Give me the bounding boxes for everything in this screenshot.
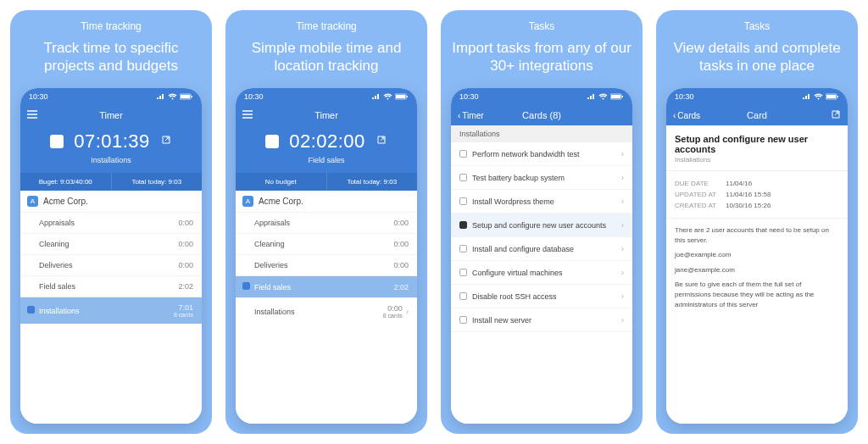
wifi-icon [168, 93, 177, 100]
headline: Import tasks from any of our 30+ integra… [449, 39, 634, 76]
task-name: Install Wordpress theme [472, 197, 554, 206]
timer-value: 07:01:39 [74, 130, 150, 153]
wifi-icon [598, 93, 608, 100]
project-row[interactable]: Appraisals0:00 [20, 212, 202, 233]
svg-rect-10 [826, 95, 836, 98]
task-row[interactable]: Test battery backup system› [451, 166, 632, 190]
project-row[interactable]: Appraisals0:00 [236, 212, 417, 233]
headline: View details and complete tasks in one p… [665, 39, 849, 76]
nav-title: Timer [99, 110, 123, 120]
category-label: Tasks [529, 20, 555, 32]
task-row[interactable]: Install Wordpress theme› [451, 190, 632, 214]
project-row-selected[interactable]: Field sales 2:02 [236, 275, 417, 297]
checkbox-icon[interactable] [459, 174, 467, 181]
checkbox-icon[interactable] [459, 197, 467, 205]
project-list: A Acme Corp. Appraisals0:00 Cleaning0:00… [236, 191, 417, 424]
chevron-right-icon: › [621, 173, 624, 182]
back-label: Cards [677, 111, 700, 120]
battery-icon [180, 93, 193, 100]
task-name: Install new server [472, 316, 531, 325]
client-avatar: A [242, 196, 253, 207]
phone-frame: 10:30 Timer 02:02:00 Field [236, 88, 417, 424]
checkbox-icon[interactable] [459, 269, 467, 276]
body-paragraph: jane@example.com [675, 265, 839, 275]
task-row[interactable]: Configure virtual machines› [451, 261, 632, 285]
meta-block: DUE DATE11/04/16UPDATED AT11/04/16 15:58… [666, 171, 848, 219]
timer-subtitle: Field sales [236, 156, 417, 164]
phone-frame: 10:30 ‹ Timer Cards (8) Installations Pe… [451, 88, 632, 424]
promo-card-3: Tasks Import tasks from any of our 30+ i… [441, 10, 643, 434]
status-time: 10:30 [244, 92, 264, 101]
client-row[interactable]: A Acme Corp. [20, 191, 202, 212]
meta-row: DUE DATE11/04/16 [675, 178, 839, 189]
task-name: Install and configure database [472, 245, 574, 253]
promo-card-1: Time tracking Track time to specific pro… [10, 10, 212, 434]
headline: Track time to specific projects and budg… [19, 39, 203, 76]
nav-title: Card [747, 110, 767, 120]
navbar: ‹ Cards Card [666, 105, 848, 125]
chevron-right-icon: › [621, 244, 624, 253]
status-bar: 10:30 [451, 88, 632, 105]
project-row[interactable]: Cleaning0:00 [236, 233, 417, 254]
task-name: Setup and configure new user accounts [472, 221, 606, 230]
open-icon[interactable] [376, 134, 387, 149]
checkbox-icon[interactable] [459, 316, 467, 324]
battery-icon [395, 93, 409, 100]
project-row[interactable]: Installations 0:008 cards › [236, 297, 417, 325]
info-bar: No budget Total today: 9:03 [236, 173, 417, 191]
task-row[interactable]: Install and configure database› [451, 237, 632, 261]
category-label: Time tracking [81, 20, 142, 32]
task-row[interactable]: Setup and configure new user accounts› [451, 214, 632, 237]
budget-label: No budget [236, 173, 327, 191]
total-label: Total today: 9:03 [327, 173, 418, 191]
client-name: Acme Corp. [259, 197, 303, 206]
meta-row: CREATED AT10/30/16 15:26 [675, 200, 839, 211]
category-label: Tasks [744, 20, 771, 32]
svg-rect-5 [407, 96, 409, 97]
phone-frame: 10:30 ‹ Cards Card Setup and configure [666, 88, 848, 424]
task-row[interactable]: Perform network bandwidth test› [451, 142, 632, 166]
project-row[interactable]: Deliveries0:00 [20, 254, 202, 275]
checkbox-icon[interactable] [459, 292, 467, 300]
task-row[interactable]: Install new server› [451, 308, 632, 332]
open-icon[interactable] [160, 134, 172, 149]
client-row[interactable]: A Acme Corp. [236, 191, 417, 212]
checkbox-icon[interactable] [459, 221, 467, 229]
stop-button[interactable] [265, 135, 279, 148]
svg-rect-1 [181, 95, 190, 98]
back-button[interactable]: ‹ Cards [666, 105, 707, 125]
navbar: ‹ Timer Cards (8) [451, 105, 632, 125]
menu-button[interactable] [236, 105, 259, 125]
status-bar: 10:30 [666, 88, 848, 105]
task-row[interactable]: Disable root SSH access› [451, 285, 632, 308]
body-paragraph: joe@example.com [675, 250, 839, 260]
detail-subtitle: Installations [666, 156, 848, 171]
body-paragraph: There are 2 user accounts that need to b… [675, 225, 839, 245]
stop-button[interactable] [50, 135, 64, 148]
task-name: Disable root SSH access [472, 292, 557, 301]
svg-rect-8 [622, 96, 624, 97]
body-paragraph: Be sure to give each of them the full se… [675, 280, 839, 309]
client-name: Acme Corp. [43, 197, 88, 206]
checkbox-icon [242, 282, 250, 290]
checkbox-icon[interactable] [459, 150, 467, 158]
task-name: Configure virtual machines [472, 269, 563, 277]
detail-body: There are 2 user accounts that need to b… [666, 219, 848, 321]
project-row[interactable]: Field sales2:02 [20, 275, 202, 297]
total-label: Total today: 9:03 [112, 173, 203, 191]
phone-frame: 10:30 Timer 07:01:39 Insta [20, 88, 202, 424]
battery-icon [826, 93, 839, 100]
chevron-right-icon: › [621, 291, 624, 301]
project-row[interactable]: Cleaning0:00 [20, 233, 202, 254]
chevron-left-icon: ‹ [673, 111, 676, 120]
share-button[interactable] [824, 105, 848, 125]
menu-button[interactable] [20, 105, 44, 125]
checkbox-icon[interactable] [459, 245, 467, 253]
project-row-selected[interactable]: Installations 7:018 cards [20, 297, 202, 324]
back-button[interactable]: ‹ Timer [451, 105, 491, 125]
wifi-icon [814, 93, 823, 100]
battery-icon [610, 93, 624, 100]
signal-icon [587, 93, 596, 100]
navbar: Timer [236, 105, 417, 125]
project-row[interactable]: Deliveries0:00 [236, 254, 417, 275]
